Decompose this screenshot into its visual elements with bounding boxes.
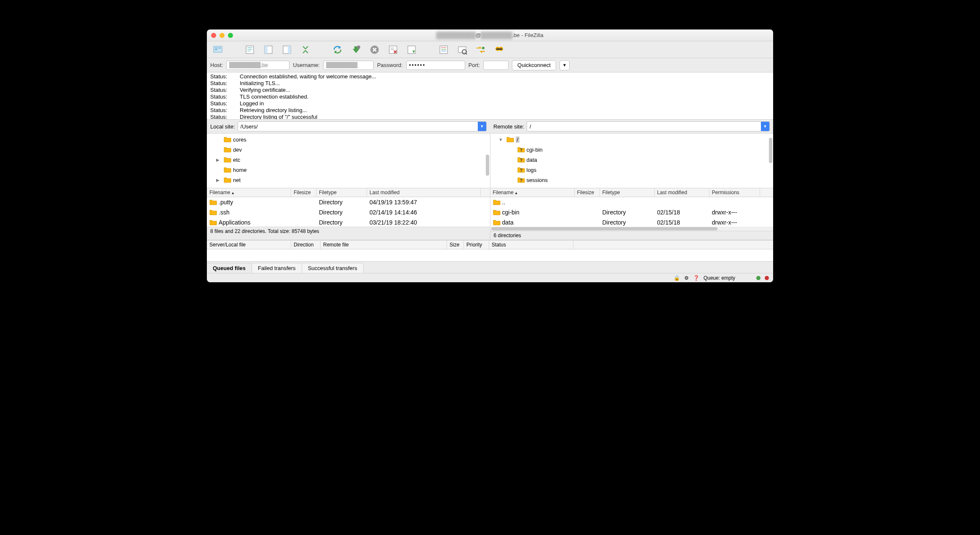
site-manager-button[interactable] xyxy=(210,43,225,56)
remote-site-bar: Remote site: ▼ xyxy=(490,120,773,133)
column-header[interactable]: Filetype xyxy=(316,188,367,197)
column-header[interactable]: Filename▲ xyxy=(207,188,291,197)
folder-icon xyxy=(224,147,231,152)
toggle-local-tree-button[interactable] xyxy=(261,43,276,56)
svg-rect-11 xyxy=(288,46,291,54)
scrollbar[interactable] xyxy=(490,227,774,231)
password-input[interactable] xyxy=(406,61,465,70)
column-header[interactable]: Last modified xyxy=(367,188,481,197)
toolbar xyxy=(207,41,773,58)
gear-icon[interactable]: ⚙ xyxy=(684,275,689,281)
column-header[interactable]: Filesize xyxy=(575,188,600,197)
tab-failed[interactable]: Failed transfers xyxy=(252,263,302,273)
tree-label: data xyxy=(527,157,537,163)
tree-item[interactable]: home xyxy=(207,165,490,175)
username-label: Username: xyxy=(293,62,320,68)
host-input[interactable] xyxy=(226,61,289,70)
scrollbar[interactable] xyxy=(769,138,772,163)
disconnect-button[interactable] xyxy=(386,43,401,56)
compare-button[interactable] xyxy=(455,43,470,56)
tree-item[interactable]: ?data xyxy=(490,155,774,165)
column-header[interactable]: Priority xyxy=(464,241,489,249)
column-header[interactable]: Filetype xyxy=(600,188,655,197)
host-label: Host: xyxy=(210,62,223,68)
local-file-list[interactable]: Filename▲FilesizeFiletypeLast modified .… xyxy=(207,188,490,240)
zoom-icon[interactable] xyxy=(228,33,233,38)
tree-item[interactable]: ▶etc xyxy=(207,155,490,165)
column-header[interactable]: Last modified xyxy=(655,188,710,197)
local-status: 8 files and 22 directories. Total size: … xyxy=(207,227,490,235)
column-header[interactable]: Status xyxy=(489,241,573,249)
tree-item[interactable]: ?sessions xyxy=(490,175,774,185)
tree-label: logs xyxy=(527,167,537,173)
column-header[interactable]: Filesize xyxy=(291,188,316,197)
tree-item[interactable]: ▼ / xyxy=(490,134,774,144)
find-button[interactable] xyxy=(492,43,507,56)
column-header[interactable]: Server/Local file xyxy=(207,241,291,249)
remote-tree[interactable]: ▼ / ?cgi-bin?data?logs?sessions xyxy=(490,134,774,188)
local-tree[interactable]: coresdev▶etchome▶net xyxy=(207,134,490,188)
list-item[interactable]: .puttyDirectory04/19/19 13:59:47 xyxy=(207,197,490,207)
list-item[interactable]: .. xyxy=(490,197,774,207)
tree-item[interactable]: ?logs xyxy=(490,165,774,175)
column-header[interactable]: Remote file xyxy=(321,241,447,249)
remote-file-list[interactable]: Filename▲FilesizeFiletypeLast modifiedPe… xyxy=(490,188,774,240)
toggle-log-button[interactable] xyxy=(242,43,257,56)
toggle-queue-button[interactable] xyxy=(298,43,313,56)
cancel-button[interactable] xyxy=(367,43,382,56)
list-item[interactable]: dataDirectory02/15/18drwxr-x--- xyxy=(490,217,774,227)
svg-text:?: ? xyxy=(519,158,522,163)
svg-point-25 xyxy=(482,47,485,49)
reconnect-button[interactable] xyxy=(404,43,419,56)
list-item[interactable]: cgi-binDirectory02/15/18drwxr-x--- xyxy=(490,207,774,217)
traffic-lights xyxy=(211,33,233,38)
svg-text:?: ? xyxy=(519,168,522,173)
folder-icon xyxy=(493,219,501,225)
svg-text:?: ? xyxy=(519,178,522,183)
disclosure-icon[interactable]: ▶ xyxy=(216,158,220,162)
refresh-button[interactable] xyxy=(330,43,345,56)
quickconnect-bar: Host: Username: Password: Port: Quickcon… xyxy=(207,58,773,72)
tab-queued[interactable]: Queued files xyxy=(207,263,252,273)
process-queue-button[interactable] xyxy=(348,43,364,56)
local-site-combo[interactable]: ▼ xyxy=(238,121,487,131)
filter-button[interactable] xyxy=(436,43,451,56)
chevron-down-icon[interactable]: ▼ xyxy=(478,122,486,131)
queue-body[interactable] xyxy=(207,249,773,261)
tree-item[interactable]: cores xyxy=(207,134,490,144)
local-site-input[interactable] xyxy=(238,122,478,131)
help-icon[interactable]: ❓ xyxy=(693,275,699,281)
close-icon[interactable] xyxy=(211,33,216,38)
folder-icon xyxy=(493,199,501,205)
tree-item[interactable]: ?cgi-bin xyxy=(490,144,774,155)
titlebar[interactable]: ██████████@████████.be - FileZilla xyxy=(207,29,773,41)
toggle-remote-tree-button[interactable] xyxy=(279,43,295,56)
lock-icon: 🔒 xyxy=(674,275,680,281)
folder-icon xyxy=(493,209,501,215)
remote-status: 6 directories xyxy=(490,231,774,240)
tree-item[interactable]: dev xyxy=(207,144,490,155)
svg-rect-2 xyxy=(215,49,217,50)
disclosure-icon[interactable]: ▼ xyxy=(499,137,503,142)
tree-item[interactable]: ▶net xyxy=(207,175,490,185)
remote-site-combo[interactable]: ▼ xyxy=(527,121,770,131)
scrollbar[interactable] xyxy=(486,155,489,176)
column-header[interactable]: Permissions xyxy=(710,188,760,197)
port-input[interactable] xyxy=(483,61,509,70)
remote-site-input[interactable] xyxy=(527,122,761,131)
quickconnect-button[interactable]: Quickconnect xyxy=(512,60,556,70)
column-header[interactable]: Direction xyxy=(291,241,321,249)
list-item[interactable]: ApplicationsDirectory03/21/19 18:22:40 xyxy=(207,217,490,227)
minimize-icon[interactable] xyxy=(220,33,225,38)
column-header[interactable]: Size xyxy=(447,241,464,249)
message-log[interactable]: Status:Connection established, waiting f… xyxy=(207,72,773,120)
svg-rect-3 xyxy=(218,48,221,48)
column-header[interactable]: Filename▲ xyxy=(490,188,575,197)
quickconnect-dropdown[interactable]: ▼ xyxy=(560,60,570,70)
chevron-down-icon[interactable]: ▼ xyxy=(761,122,769,131)
username-input[interactable] xyxy=(323,61,374,70)
disclosure-icon[interactable]: ▶ xyxy=(216,178,220,182)
list-item[interactable]: .sshDirectory02/14/19 14:14:46 xyxy=(207,207,490,217)
tab-success[interactable]: Successful transfers xyxy=(302,263,364,273)
sync-browse-button[interactable] xyxy=(473,43,488,56)
